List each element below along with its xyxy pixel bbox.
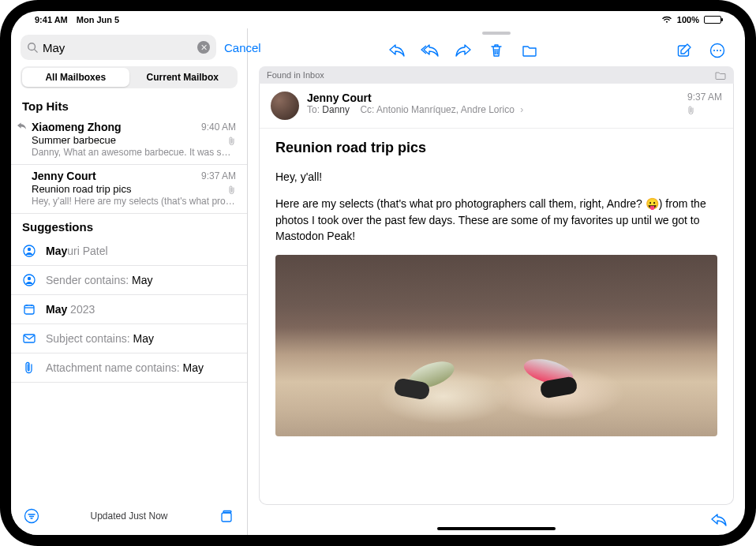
move-button[interactable]: [516, 39, 543, 62]
search-field[interactable]: ✕: [21, 35, 216, 60]
message-pane: Found in Inbox Jenny Court To: Danny: [248, 28, 745, 535]
scope-segmented-control[interactable]: All Mailboxes Current Mailbox: [21, 66, 238, 88]
chevron-right-icon: ›: [520, 104, 523, 115]
found-in-text: Found in Inbox: [267, 70, 324, 80]
status-date: Mon Jun 5: [77, 15, 119, 24]
updated-status: Updated Just Now: [90, 510, 167, 522]
recipients-line[interactable]: To: Danny Cc: Antonio Manríquez, Andre L…: [307, 104, 679, 115]
mailbox-icon: [715, 71, 726, 80]
status-bar: 9:41 AM Mon Jun 5 100%: [11, 11, 745, 27]
svg-rect-6: [24, 305, 34, 314]
envelope-icon: [22, 334, 36, 343]
forward-button[interactable]: [450, 39, 477, 62]
suggestion-text: May 2023: [46, 303, 95, 316]
calendar-icon: [22, 303, 36, 316]
avatar: [271, 92, 299, 120]
section-suggestions: Suggestions: [11, 214, 247, 237]
more-button[interactable]: [704, 39, 731, 62]
clear-search-button[interactable]: ✕: [197, 41, 210, 54]
hit-preview: Hey, y'all! Here are my selects (that's …: [32, 196, 236, 207]
search-hit[interactable]: Xiaomeng Zhong 9:40 AM Summer barbecue D…: [11, 116, 247, 165]
suggestion-date[interactable]: May 2023: [11, 295, 247, 324]
message-body[interactable]: Reunion road trip pics Hey, y'all! Here …: [260, 129, 733, 447]
hit-time: 9:40 AM: [201, 122, 236, 133]
attachment-icon: [228, 185, 236, 195]
compose-button[interactable]: [671, 39, 698, 62]
status-time: 9:41 AM: [35, 15, 68, 24]
message-paragraph: Hey, y'all!: [275, 169, 717, 185]
filter-button[interactable]: [24, 508, 39, 524]
hit-subject: Reunion road trip pics: [32, 183, 236, 195]
person-icon: [22, 245, 36, 257]
suggestion-text: Mayuri Patel: [46, 245, 108, 257]
suggestion-person[interactable]: Mayuri Patel: [11, 237, 247, 266]
wifi-icon: [661, 16, 672, 24]
person-icon: [22, 274, 36, 286]
battery-icon: [704, 16, 721, 24]
found-in-banner[interactable]: Found in Inbox: [259, 66, 734, 84]
search-input[interactable]: [43, 41, 193, 54]
suggestion-text: Attachment name contains: May: [46, 361, 204, 374]
attachment-icon: [687, 106, 722, 115]
message-subject: Reunion road trip pics: [275, 140, 717, 156]
search-icon: [27, 42, 38, 53]
hit-preview: Danny, What an awesome barbecue. It was …: [32, 147, 236, 158]
section-top-hits: Top Hits: [11, 93, 247, 116]
reply-footer-button[interactable]: [710, 513, 728, 527]
scope-all-mailboxes[interactable]: All Mailboxes: [22, 68, 129, 87]
svg-point-24: [720, 50, 721, 51]
search-hit[interactable]: Jenny Court 9:37 AM Reunion road trip pi…: [11, 165, 247, 214]
svg-point-5: [28, 277, 31, 280]
svg-rect-16: [223, 511, 231, 513]
battery-pct: 100%: [677, 15, 699, 24]
message-image[interactable]: [275, 255, 717, 436]
reply-button[interactable]: [384, 39, 410, 62]
svg-point-23: [717, 50, 718, 51]
compose-stack-button[interactable]: [219, 508, 234, 524]
svg-rect-15: [222, 513, 231, 522]
svg-line-1: [35, 50, 38, 53]
from-name: Jenny Court: [307, 92, 679, 104]
message-time: 9:37 AM: [687, 92, 722, 103]
toolbar: [248, 35, 745, 66]
message-paragraph: Here are my selects (that's what pro pho…: [275, 196, 717, 244]
suggestion-text: Subject contains: May: [46, 332, 154, 345]
replied-icon: [17, 122, 26, 130]
suggestion-sender-contains[interactable]: Sender contains: May: [11, 266, 247, 295]
suggestion-attachment-contains[interactable]: Attachment name contains: May: [11, 353, 247, 383]
attachment-icon: [228, 136, 236, 146]
svg-point-3: [28, 248, 31, 251]
message-header[interactable]: Jenny Court To: Danny Cc: Antonio Manríq…: [260, 84, 733, 129]
hit-time: 9:37 AM: [201, 170, 236, 181]
trash-button[interactable]: [483, 39, 510, 62]
reply-all-button[interactable]: [417, 39, 443, 62]
sidebar: ✕ Cancel All Mailboxes Current Mailbox T…: [11, 28, 248, 535]
paperclip-icon: [22, 361, 36, 374]
hit-subject: Summer barbecue: [32, 134, 236, 146]
scope-current-mailbox[interactable]: Current Mailbox: [129, 68, 237, 87]
suggestion-text: Sender contains: May: [46, 274, 152, 286]
svg-point-22: [713, 50, 715, 51]
suggestion-subject-contains[interactable]: Subject contains: May: [11, 324, 247, 353]
home-indicator[interactable]: [437, 527, 556, 530]
